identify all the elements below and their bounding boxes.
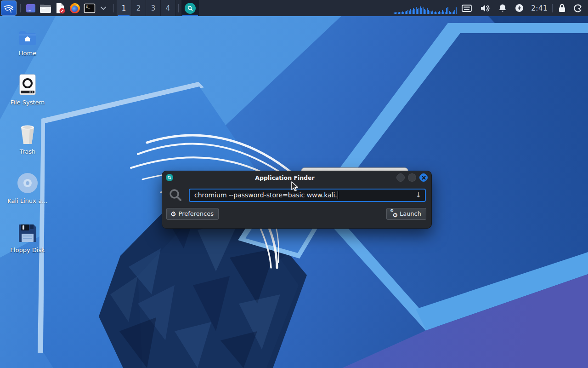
workspace-switcher: 1 2 3 4 [117, 0, 175, 16]
text-caret [338, 191, 338, 199]
lock-screen-icon[interactable] [558, 4, 566, 12]
panel-separator [552, 4, 553, 12]
show-desktop-launcher[interactable] [23, 0, 38, 16]
desktop-icon-trash[interactable]: Trash [4, 121, 51, 167]
panel-separator [178, 4, 179, 12]
applications-menu-button[interactable] [1, 0, 17, 16]
workspace-1[interactable]: 1 [117, 0, 131, 16]
run-icon: ⚙ ⚙ [390, 210, 397, 217]
hard-drive-icon [19, 72, 36, 95]
desktop-icon-label: Floppy Disk [10, 247, 45, 253]
launch-button-label: Launch [400, 210, 421, 217]
panel-separator [113, 4, 114, 12]
network-graph[interactable] [394, 3, 457, 14]
text-editor-launcher[interactable] [53, 0, 68, 16]
maximize-button[interactable] [408, 173, 416, 182]
application-finder-window: Application Finder chromium --password-s… [162, 171, 432, 229]
desktop-icon-file-system[interactable]: File System [4, 72, 51, 118]
workspace-label: 3 [151, 4, 156, 12]
trash-icon [19, 121, 36, 144]
logout-icon[interactable] [573, 4, 582, 13]
session-buttons [558, 4, 582, 13]
chevron-down-icon [100, 6, 107, 11]
search-icon [169, 188, 182, 202]
desktop-icon-kali-linux[interactable]: Kali Linux a… [4, 171, 51, 217]
kali-logo-icon [3, 3, 14, 13]
preferences-button[interactable]: ⚙ Preferences [166, 208, 219, 220]
clock[interactable]: 2:41 [531, 4, 548, 12]
button-row: ⚙ Preferences ⚙ ⚙ Launch [162, 202, 431, 220]
workspace-4[interactable]: 4 [161, 0, 175, 16]
mouse-cursor [291, 181, 300, 192]
terminal-glyph: $_ [86, 5, 90, 9]
file-manager-launcher[interactable] [38, 0, 53, 16]
show-desktop-icon [25, 3, 36, 14]
input-dropdown-arrow-icon[interactable]: ↓ [415, 191, 421, 199]
firefox-launcher[interactable] [68, 0, 82, 16]
taskbar-application-finder-button[interactable] [181, 0, 199, 16]
text-editor-icon [55, 3, 66, 14]
panel-right-area: 2:41 [394, 0, 588, 16]
file-manager-icon [40, 3, 51, 13]
home-folder-icon [18, 23, 37, 46]
close-button[interactable] [419, 173, 428, 182]
firefox-icon [69, 3, 80, 14]
desktop-icon-label: File System [11, 99, 45, 106]
system-tray [462, 4, 524, 12]
volume-icon[interactable] [480, 4, 490, 12]
desktop-icon-floppy-disk[interactable]: Floppy Disk [4, 220, 51, 266]
floppy-disk-icon [18, 220, 37, 243]
power-manager-icon[interactable] [515, 4, 524, 12]
panel-separator [20, 4, 21, 12]
workspace-2[interactable]: 2 [131, 0, 146, 16]
workspace-label: 1 [122, 4, 126, 12]
window-controls [396, 173, 428, 182]
command-input[interactable]: chromium --password-store=basic www.kali… [189, 189, 426, 202]
minimize-button[interactable] [396, 173, 405, 182]
application-finder-icon [185, 3, 196, 14]
notifications-bell-icon[interactable] [498, 4, 507, 12]
terminal-launcher[interactable]: $_ [82, 0, 97, 16]
launch-button[interactable]: ⚙ ⚙ Launch [386, 208, 426, 220]
disc-icon [17, 171, 38, 194]
top-panel: $_ 1 2 3 4 [0, 0, 588, 16]
close-icon [422, 176, 426, 180]
workspace-label: 4 [166, 4, 170, 12]
desktop-icon-label: Home [19, 50, 36, 57]
desktop-icon-label: Trash [20, 148, 35, 155]
desktop-icon-label: Kali Linux a… [7, 197, 48, 204]
keyboard-icon[interactable] [462, 5, 472, 12]
command-text: chromium --password-store=basic www.kali… [194, 191, 337, 199]
gear-icon: ⚙ [170, 211, 176, 217]
launcher-dropdown[interactable] [96, 0, 111, 16]
desktop-icon-home[interactable]: Home [4, 23, 51, 69]
application-finder-icon [166, 174, 173, 181]
terminal-icon: $_ [84, 3, 96, 14]
workspace-3[interactable]: 3 [146, 0, 161, 16]
workspace-label: 2 [136, 4, 141, 12]
preferences-button-label: Preferences [179, 210, 214, 217]
window-title: Application Finder [173, 174, 396, 181]
